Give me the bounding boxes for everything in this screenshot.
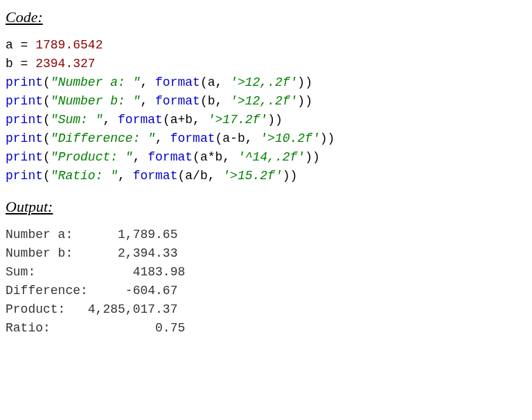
output-line-4: Difference: -604.67 (6, 284, 177, 298)
assign-op: = (13, 38, 35, 52)
paren-close: ) (305, 150, 312, 164)
paren-open: ( (43, 131, 51, 145)
paren-close: ) (320, 131, 328, 145)
comma: , (155, 131, 170, 145)
fn-print: print (6, 75, 43, 89)
string-literal: "Number a: " (51, 75, 141, 89)
expr: b (208, 94, 215, 108)
output-block: Number a: 1,789.65 Number b: 2,394.33 Su… (6, 226, 526, 338)
string-literal: '>12,.2f' (230, 75, 297, 89)
paren-close: ) (267, 113, 275, 127)
string-literal: "Number b: " (51, 94, 141, 108)
output-line-5: Product: 4,285,017.37 (6, 302, 177, 316)
code-line-6: print("Difference: ", format(a-b, '>10.2… (6, 131, 335, 145)
code-line-5: print("Sum: ", format(a+b, '>17.2f')) (6, 113, 283, 127)
comma: , (133, 150, 148, 164)
paren-open: ( (43, 94, 51, 108)
var-a: a (6, 38, 13, 52)
comma: , (118, 169, 133, 183)
paren-open: ( (193, 150, 200, 164)
code-line-7: print("Product: ", format(a*b, '^14,.2f'… (6, 150, 320, 164)
fn-format: format (118, 113, 163, 127)
comma: , (208, 169, 223, 183)
fn-format: format (155, 75, 200, 89)
paren-open: ( (200, 75, 208, 89)
expr: a (208, 75, 215, 89)
paren-close: ) (312, 150, 320, 164)
paren-open: ( (43, 75, 51, 89)
code-line-4: print("Number b: ", format(b, '>12,.2f')… (6, 94, 312, 108)
paren-open: ( (43, 113, 51, 127)
comma: , (140, 75, 155, 89)
paren-open: ( (200, 94, 208, 108)
var-b: b (6, 57, 13, 71)
fn-print: print (6, 94, 43, 108)
paren-close: ) (297, 75, 305, 89)
output-line-1: Number a: 1,789.65 (6, 228, 177, 241)
string-literal: '^14,.2f' (238, 150, 305, 164)
fn-print: print (6, 131, 43, 145)
comma: , (222, 150, 238, 164)
code-block: a = 1789.6542 b = 2394.327 print("Number… (6, 36, 526, 185)
paren-open: ( (43, 150, 51, 164)
expr: a-b (222, 131, 245, 145)
paren-open: ( (43, 169, 51, 183)
code-line-3: print("Number a: ", format(a, '>12,.2f')… (6, 75, 312, 89)
fn-format: format (170, 131, 215, 145)
fn-format: format (155, 94, 200, 108)
num-literal: 2394.327 (35, 57, 95, 71)
expr: a*b (200, 150, 222, 164)
comma: , (140, 94, 155, 108)
fn-format: format (133, 169, 178, 183)
fn-print: print (6, 113, 43, 127)
paren-close: ) (275, 113, 283, 127)
string-literal: '>15.2f' (222, 169, 282, 183)
string-literal: '>10.2f' (260, 131, 319, 145)
fn-format: format (148, 150, 193, 164)
code-line-2: b = 2394.327 (6, 57, 96, 71)
comma: , (215, 94, 231, 108)
comma: , (245, 131, 260, 145)
expr: a+b (170, 113, 193, 127)
code-line-8: print("Ratio: ", format(a/b, '>15.2f')) (6, 169, 297, 183)
comma: , (103, 113, 118, 127)
paren-close: ) (297, 94, 305, 108)
paren-close: ) (305, 94, 312, 108)
string-literal: "Ratio: " (51, 169, 118, 183)
string-literal: '>12,.2f' (230, 94, 297, 108)
paren-open: ( (215, 131, 222, 145)
string-literal: "Product: " (51, 150, 133, 164)
paren-open: ( (163, 113, 170, 127)
paren-close: ) (328, 131, 335, 145)
fn-print: print (6, 150, 43, 164)
num-literal: 1789.6542 (35, 38, 103, 52)
paren-close: ) (290, 169, 298, 183)
paren-open: ( (177, 169, 185, 183)
output-line-6: Ratio: 0.75 (6, 321, 185, 335)
expr: a/b (185, 169, 207, 183)
comma: , (193, 113, 208, 127)
string-literal: '>17.2f' (208, 113, 267, 127)
paren-close: ) (283, 169, 290, 183)
comma: , (215, 75, 231, 89)
code-heading: Code: (6, 8, 526, 26)
output-line-3: Sum: 4183.98 (6, 265, 185, 279)
assign-op: = (13, 57, 35, 71)
code-line-1: a = 1789.6542 (6, 38, 103, 52)
string-literal: "Sum: " (51, 113, 103, 127)
output-line-2: Number b: 2,394.33 (6, 246, 177, 260)
paren-close: ) (305, 75, 312, 89)
fn-print: print (6, 169, 43, 183)
string-literal: "Difference: " (51, 131, 155, 145)
output-heading: Output: (6, 198, 526, 216)
